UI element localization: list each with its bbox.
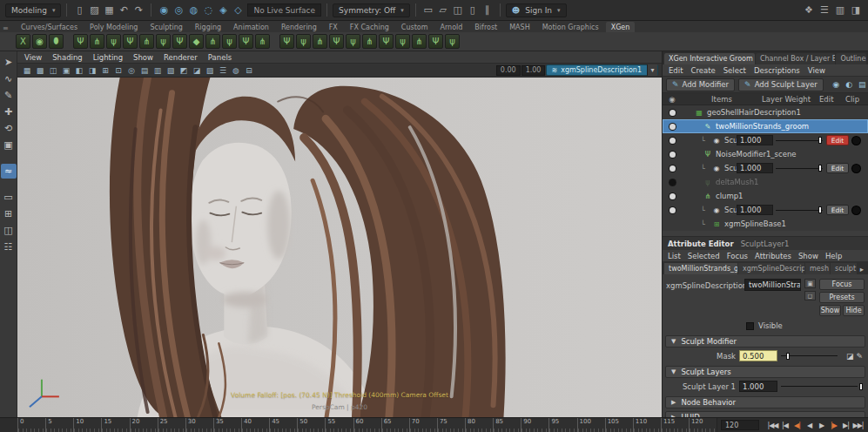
frame-tick[interactable]: 100 xyxy=(577,418,605,432)
shelf-tab[interactable]: Custom xyxy=(396,22,434,32)
edit-layer-button[interactable]: Edit xyxy=(826,163,849,173)
tree-row[interactable]: └ ◉ SculptLayer 1 1.000 Edit xyxy=(663,161,868,175)
step-back-key-button[interactable]: ◀| xyxy=(791,420,803,431)
frame-tick[interactable]: 90 xyxy=(521,418,548,432)
viewport-toolbar-icon[interactable]: ⊡ xyxy=(112,64,124,76)
expression-icon[interactable]: ✎ xyxy=(856,352,863,361)
edit-layer-button[interactable]: Edit xyxy=(826,135,849,145)
live-surface-field[interactable]: No Live Surface xyxy=(247,3,321,17)
clip-dot[interactable] xyxy=(852,206,860,214)
display-layers-icon[interactable]: ▯ xyxy=(466,3,480,17)
frame-tick[interactable]: 40 xyxy=(241,418,269,432)
frame-tick[interactable]: 30 xyxy=(185,418,213,432)
viewport-toolbar-icon[interactable]: ▣ xyxy=(60,64,72,76)
ae-node-tab[interactable]: twoMillionStrands_groom xyxy=(664,263,737,274)
panel-menu-item[interactable]: Lighting xyxy=(93,53,123,62)
xgen-menu-item[interactable]: View xyxy=(808,66,825,75)
xgen-menu-item[interactable]: Edit xyxy=(669,66,683,75)
viewport-toolbar-icon[interactable]: ▦ xyxy=(21,64,33,76)
xgen-shelf-icon[interactable]: Ψ xyxy=(279,34,294,49)
frame-tick[interactable]: 95 xyxy=(548,418,576,432)
visibility-dot[interactable] xyxy=(663,110,682,116)
node-name-field[interactable]: twoMillionStrands_groom1 xyxy=(744,279,801,291)
xgen-shelf-icon[interactable]: ψ xyxy=(222,34,237,49)
show-button[interactable]: Show xyxy=(819,305,841,316)
visibility-dot[interactable] xyxy=(663,165,682,172)
paint-map-icon[interactable]: ◪ xyxy=(846,352,854,361)
folder-icon[interactable]: ▤ xyxy=(857,80,868,89)
snap-projected-center-icon[interactable]: ◌ xyxy=(201,3,215,17)
section-sculpt-layers[interactable]: ▼ Sculpt Layers xyxy=(665,366,865,378)
hide-button[interactable]: Hide xyxy=(843,305,865,316)
tree-row[interactable]: Ψ NoiseModifier1_scene xyxy=(663,147,868,161)
frame-tick[interactable]: 25 xyxy=(158,418,185,432)
shelf-tab[interactable]: Animation xyxy=(228,22,274,32)
visibility-dot[interactable] xyxy=(663,193,682,199)
frame-tick[interactable]: 10 xyxy=(73,418,101,432)
viewport-toolbar-icon[interactable]: ◎ xyxy=(125,64,138,76)
shelf-tab[interactable]: Poly Modeling xyxy=(84,22,143,32)
xgen-shelf-icon[interactable]: Ψ xyxy=(329,34,344,49)
viewport-toolbar-icon[interactable]: ▧ xyxy=(165,64,177,76)
viewport-toolbar-icon[interactable]: ▤ xyxy=(138,64,151,76)
menu-set-dropdown[interactable]: Modeling ▾ xyxy=(5,3,61,17)
shelf-tab[interactable]: Rendering xyxy=(276,22,322,32)
xgen-shelf-icon[interactable]: Ψ xyxy=(172,34,187,49)
pause-viewport-icon[interactable]: ∥ xyxy=(481,3,495,17)
xgen-shelf-icon[interactable]: ψ xyxy=(445,34,460,49)
panel-menu-item[interactable]: View xyxy=(24,53,42,62)
tab-overflow-icon[interactable]: ▸ xyxy=(858,263,866,274)
layer-weight-field[interactable]: 1.000 xyxy=(737,205,773,215)
tree-row[interactable]: └ ◉ SculptLayer 1 1.000 Edit xyxy=(663,133,868,147)
collapsed-section[interactable]: ▶ UUID xyxy=(665,411,865,417)
split-view-icon[interactable]: ◨ xyxy=(849,3,863,17)
layout-single[interactable]: ▭ xyxy=(1,190,17,205)
pin-node-icon[interactable]: ◻ xyxy=(804,291,816,300)
layer-weight-slider[interactable] xyxy=(776,163,823,173)
frame-tick[interactable]: 65 xyxy=(381,418,409,432)
viewport-toolbar-icon[interactable]: ◩ xyxy=(178,64,190,76)
tree-row[interactable]: ▦ geoShellHairDescription1 xyxy=(663,105,868,119)
frame-tick[interactable]: 105 xyxy=(605,418,633,432)
viewport-toolbar-icon[interactable]: ☰ xyxy=(217,64,229,76)
visible-checkbox[interactable] xyxy=(746,322,754,330)
shelf-tab[interactable]: FX Caching xyxy=(345,22,394,32)
xgen-shelf-icon[interactable]: Ψ xyxy=(379,34,394,49)
layout-four-pane[interactable]: ⊞ xyxy=(1,206,17,221)
xgen-shelf-icon[interactable]: Ψ xyxy=(73,34,88,49)
open-scene-icon[interactable]: ▨ xyxy=(87,3,101,17)
sculpt-layer-slider[interactable] xyxy=(781,381,863,392)
focus-button[interactable]: Focus xyxy=(819,279,865,290)
save-scene-icon[interactable]: ▦ xyxy=(102,3,116,17)
paint-select-tool[interactable]: ✎ xyxy=(1,88,17,103)
go-to-end-button[interactable]: ▶▶| xyxy=(852,420,864,431)
layer-weight-field[interactable]: 1.000 xyxy=(737,135,773,145)
xgen-shelf-icon[interactable]: X xyxy=(16,34,30,49)
frame-tick[interactable]: 5 xyxy=(45,418,73,432)
mask-slider[interactable] xyxy=(781,350,843,361)
panel-tab[interactable]: Channel Box / Layer Editor xyxy=(756,53,835,64)
ae-node-tab[interactable]: mesh xyxy=(805,263,830,274)
frame-tick[interactable]: 60 xyxy=(353,418,381,432)
symmetry-dropdown[interactable]: Symmetry: Off ▾ xyxy=(333,3,410,17)
xgen-shelf-icon[interactable]: ⋔ xyxy=(90,34,104,49)
visibility-dot[interactable] xyxy=(663,152,682,158)
viewport-toolbar-icon[interactable]: ◧ xyxy=(73,64,85,76)
xgen-shelf-icon[interactable]: ψ xyxy=(346,34,360,49)
play-forwards-button[interactable]: ▶ xyxy=(816,420,827,431)
shelf-tab[interactable]: XGen xyxy=(606,22,636,32)
step-back-frame-button[interactable]: |◀ xyxy=(779,420,791,431)
add-sculpt-layer-button[interactable]: ✎ Add Sculpt Layer xyxy=(738,78,824,91)
select-node-icon[interactable]: ▣ xyxy=(804,279,816,288)
xgen-shelf-icon[interactable]: Ψ xyxy=(123,34,138,49)
shelf-tab[interactable]: Arnold xyxy=(434,22,468,32)
layer-weight-field[interactable]: 1.000 xyxy=(737,163,773,173)
solo-icon[interactable]: ◐ xyxy=(844,80,855,89)
frame-tick[interactable]: 45 xyxy=(269,418,297,432)
frame-tick[interactable]: 70 xyxy=(409,418,437,432)
visibility-icon[interactable]: ◉ xyxy=(831,80,842,89)
xgen-shelf-icon[interactable]: ⋔ xyxy=(313,34,327,49)
ae-menu-item[interactable]: Selected xyxy=(688,252,720,260)
visibility-dot[interactable] xyxy=(663,179,682,186)
ae-menu-item[interactable]: Attributes xyxy=(755,252,791,260)
